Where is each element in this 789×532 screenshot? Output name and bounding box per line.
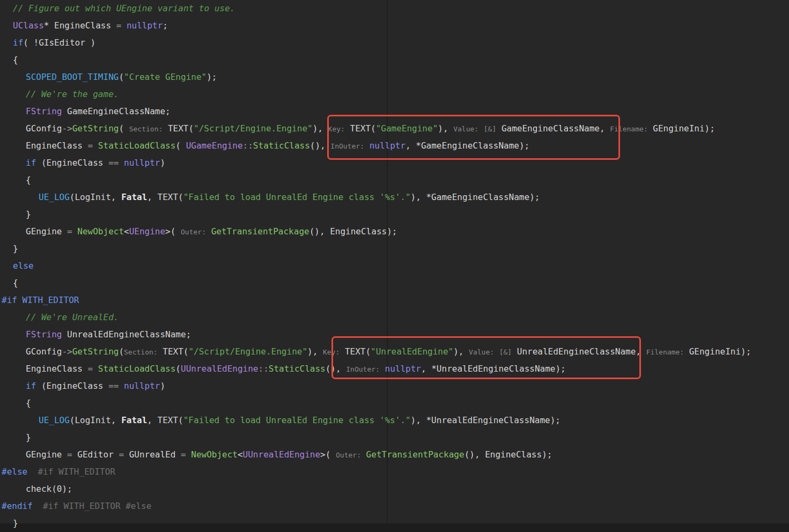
code-token: GetTransientPackage: [211, 226, 309, 237]
code-token: ::: [243, 141, 253, 151]
code-token: Filename:: [646, 348, 684, 356]
code-line[interactable]: FString UnrealEdEngineClassName;: [0, 326, 789, 343]
code-token: if: [26, 381, 36, 391]
code-token: Section:: [129, 125, 163, 133]
code-token: ->: [62, 123, 72, 134]
code-token: =: [181, 449, 191, 460]
code-token: }: [26, 209, 31, 219]
code-token: nullptr: [124, 158, 160, 168]
code-line[interactable]: #if WITH_EDITOR: [0, 292, 789, 309]
code-line[interactable]: UClass* EngineClass = nullptr;: [0, 17, 789, 34]
code-line[interactable]: FString GameEngineClassName;: [0, 103, 789, 120]
code-token: "Create GEngine": [124, 72, 207, 82]
code-line[interactable]: }: [0, 429, 789, 446]
code-line[interactable]: if( !GIsEditor ): [0, 34, 789, 51]
code-token: check(: [26, 484, 57, 494]
code-token: UEngine: [129, 226, 165, 237]
code-token: }: [26, 432, 31, 442]
code-token: (EngineClass: [36, 158, 108, 168]
code-token: =: [119, 449, 129, 460]
code-token: StaticClass: [269, 364, 326, 374]
code-line[interactable]: #else #if WITH_EDITOR: [0, 463, 789, 481]
code-token: nullptr: [385, 364, 421, 374]
code-token: UGameEngine: [186, 141, 243, 151]
code-token: ): [160, 381, 165, 391]
code-token: UE_LOG: [39, 192, 70, 202]
code-token: <: [124, 226, 129, 237]
code-line[interactable]: {: [0, 275, 789, 292]
code-token: ),: [453, 346, 469, 357]
code-token: SCOPED_BOOT_TIMING: [26, 72, 119, 82]
code-token: =: [67, 226, 77, 237]
code-line[interactable]: GEngine = NewObject<UEngine>( Outer: Get…: [0, 223, 789, 240]
code-line[interactable]: EngineClass = StaticLoadClass(UUnrealEdE…: [0, 360, 789, 378]
code-token: (), EngineClass);: [309, 226, 397, 237]
code-line[interactable]: else: [0, 257, 789, 275]
code-line[interactable]: }: [0, 206, 789, 223]
code-token: UE_LOG: [39, 415, 70, 425]
code-token: nullptr: [124, 381, 160, 391]
code-line[interactable]: // We're the game.: [0, 86, 789, 103]
code-line[interactable]: UE_LOG(LogInit, Fatal, TEXT("Failed to l…: [0, 189, 789, 206]
code-token: Outer:: [181, 228, 206, 236]
code-line[interactable]: if (EngineClass == nullptr): [0, 154, 789, 172]
code-token: }: [13, 518, 18, 528]
code-line[interactable]: GConfig->GetString( Section: TEXT("/Scri…: [0, 120, 789, 137]
code-token: [&]: [484, 125, 496, 133]
code-token: "/Script/Engine.Engine": [188, 346, 307, 357]
code-token: ),: [313, 123, 328, 134]
code-token: >(: [165, 226, 181, 237]
code-token: [361, 449, 366, 460]
code-token: ->: [62, 346, 72, 357]
code-token: TEXT(: [158, 346, 189, 357]
code-token: [494, 346, 499, 357]
code-token: {: [26, 175, 31, 185]
code-line[interactable]: check(0);: [0, 481, 789, 498]
code-token: if: [26, 158, 36, 168]
code-line[interactable]: }: [0, 240, 789, 257]
code-line[interactable]: {: [0, 172, 789, 189]
code-token: , TEXT(: [147, 192, 183, 202]
code-line[interactable]: GConfig->GetString(Section: TEXT("/Scrip…: [0, 343, 789, 360]
code-token: NewObject: [77, 226, 124, 237]
code-line[interactable]: {: [0, 395, 789, 412]
code-token: (LogInit,: [70, 415, 121, 425]
code-token: ::: [259, 364, 269, 374]
code-token: =: [88, 364, 98, 374]
code-line[interactable]: }: [0, 515, 789, 532]
code-token: // We're the game.: [26, 89, 119, 99]
code-line[interactable]: #endif #if WITH_EDITOR #else: [0, 498, 789, 515]
code-token: EngineClass: [26, 364, 88, 374]
code-editor[interactable]: // Figure out which UEngine variant to u…: [0, 0, 789, 532]
code-line[interactable]: // Figure out which UEngine variant to u…: [0, 0, 789, 17]
code-token: Section:: [124, 348, 158, 356]
code-line[interactable]: UE_LOG(LogInit, Fatal, TEXT("Failed to l…: [0, 412, 789, 429]
code-line[interactable]: // We're UnrealEd.: [0, 309, 789, 326]
code-line[interactable]: GEngine = GEditor = GUnrealEd = NewObjec…: [0, 446, 789, 463]
code-token: // Figure out which UEngine variant to u…: [13, 3, 235, 13]
code-token: GEngineIni);: [684, 346, 751, 357]
code-token: , TEXT(: [147, 415, 183, 425]
code-token: GetString: [72, 123, 119, 134]
code-line[interactable]: if (EngineClass == nullptr): [0, 378, 789, 395]
code-token: ==: [108, 381, 124, 391]
code-token: (LogInit,: [70, 192, 121, 202]
code-token: Outer:: [336, 451, 361, 459]
code-token: TEXT(: [345, 123, 376, 134]
code-token: <: [238, 449, 243, 460]
code-token: TEXT(: [163, 123, 194, 134]
code-line[interactable]: EngineClass = StaticLoadClass( UGameEngi…: [0, 137, 789, 154]
code-token: {: [13, 55, 18, 65]
code-token: GEngine: [26, 449, 67, 460]
code-token: );: [62, 484, 72, 494]
code-token: GEngine: [26, 226, 67, 237]
code-token: Key:: [323, 348, 340, 356]
code-line[interactable]: SCOPED_BOOT_TIMING("Create GEngine");: [0, 69, 789, 86]
code-line[interactable]: {: [0, 51, 789, 69]
code-token: UUnrealEdEngine: [181, 364, 259, 374]
code-token: else: [13, 261, 34, 271]
ide-editor-viewport: // Figure out which UEngine variant to u…: [0, 0, 789, 532]
code-token: =: [67, 449, 77, 460]
code-token: Filename:: [610, 125, 647, 133]
code-token: ;: [163, 20, 168, 31]
